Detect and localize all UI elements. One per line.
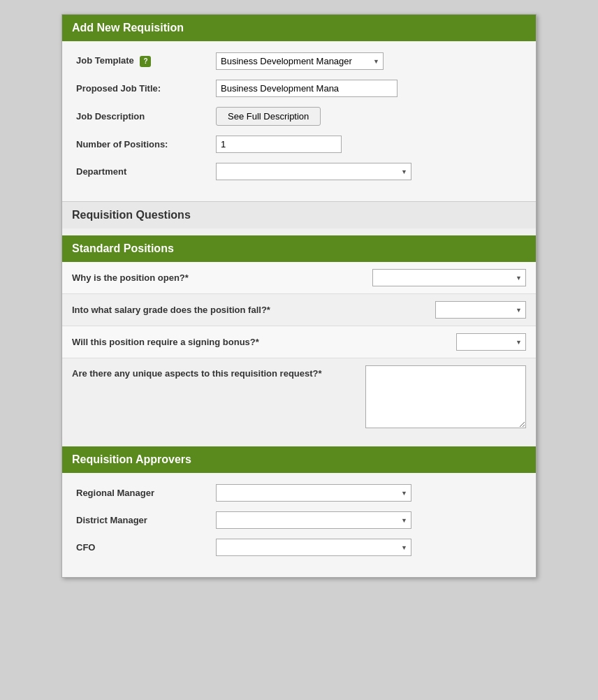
question-2-select[interactable] <box>435 301 526 319</box>
job-template-label: Job Template ? <box>76 55 216 67</box>
question-3-select[interactable] <box>456 333 526 351</box>
district-manager-select[interactable] <box>216 511 411 529</box>
cfo-label: CFO <box>76 542 216 553</box>
approvers-body: Regional Manager District Manager <box>62 473 536 577</box>
regional-manager-row: Regional Manager <box>76 484 522 502</box>
question-3-select-wrapper <box>456 333 526 351</box>
form-body: Job Template ? Business Development Mana… <box>62 41 536 201</box>
question-text-3: Will this position require a signing bon… <box>72 337 456 347</box>
standard-positions-section: Standard Positions Why is the position o… <box>62 235 536 435</box>
cfo-select[interactable] <box>216 539 411 556</box>
unique-aspects-textarea[interactable] <box>365 365 526 428</box>
num-positions-row: Number of Positions: <box>76 136 522 153</box>
proposed-title-input[interactable] <box>216 80 398 97</box>
question-2-select-wrapper <box>435 301 526 319</box>
department-select-wrapper <box>216 163 411 180</box>
department-select[interactable] <box>216 163 411 180</box>
job-template-row: Job Template ? Business Development Mana… <box>76 52 522 70</box>
approvers-header: Requisition Approvers <box>62 446 536 473</box>
see-full-description-button[interactable]: See Full Description <box>216 107 321 126</box>
question-row-3: Will this position require a signing bon… <box>62 326 536 358</box>
department-row: Department <box>76 163 522 180</box>
district-manager-select-wrapper <box>216 511 411 529</box>
form-title: Add New Requisition <box>72 22 184 34</box>
district-manager-label: District Manager <box>76 515 216 525</box>
question-row-1: Why is the position open?* <box>62 262 536 294</box>
standard-positions-body: Why is the position open?* Into what sal… <box>62 262 536 435</box>
job-template-select-wrapper: Business Development Manager Software En… <box>216 52 384 70</box>
help-icon[interactable]: ? <box>140 56 151 67</box>
add-new-requisition-form: Add New Requisition Job Template ? Busin… <box>61 14 537 578</box>
department-label: Department <box>76 166 216 177</box>
job-description-row: Job Description See Full Description <box>76 107 522 126</box>
job-template-select[interactable]: Business Development Manager Software En… <box>216 52 384 70</box>
district-manager-row: District Manager <box>76 511 522 529</box>
question-1-select-wrapper <box>372 269 526 286</box>
form-header: Add New Requisition <box>62 15 536 41</box>
num-positions-label: Number of Positions: <box>76 139 216 150</box>
proposed-title-row: Proposed Job Title: <box>76 80 522 97</box>
cfo-row: CFO <box>76 539 522 556</box>
proposed-title-label: Proposed Job Title: <box>76 83 216 94</box>
question-text-1: Why is the position open?* <box>72 272 372 283</box>
num-positions-input[interactable] <box>216 136 342 153</box>
approvers-section: Requisition Approvers Regional Manager D… <box>62 446 536 577</box>
question-1-select[interactable] <box>372 269 526 286</box>
question-row-4: Are there any unique aspects to this req… <box>62 358 536 435</box>
question-text-4: Are there any unique aspects to this req… <box>72 365 365 379</box>
job-description-label: Job Description <box>76 111 216 122</box>
requisition-questions-header: Requisition Questions <box>62 201 536 228</box>
regional-manager-select[interactable] <box>216 484 411 502</box>
standard-positions-header: Standard Positions <box>62 235 536 262</box>
regional-manager-select-wrapper <box>216 484 411 502</box>
question-row-2: Into what salary grade does the position… <box>62 294 536 326</box>
regional-manager-label: Regional Manager <box>76 488 216 498</box>
cfo-select-wrapper <box>216 539 411 556</box>
question-text-2: Into what salary grade does the position… <box>72 305 435 315</box>
